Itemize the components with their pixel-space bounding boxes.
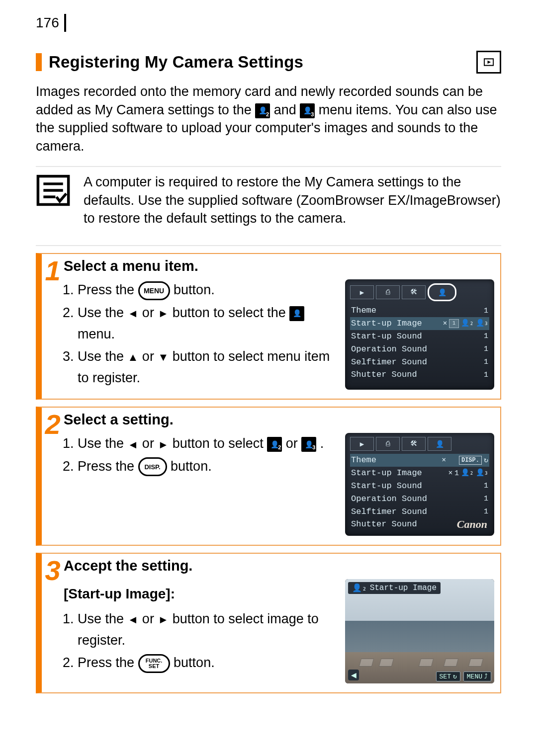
disp-button-icon: DISP. [138, 457, 167, 476]
text: or [142, 436, 158, 451]
lcd-row-label: Start-up Image [351, 467, 422, 479]
lcd-row-label: Shutter Sound [351, 518, 417, 530]
step-3: 3 Accept the setting. [Start-up Image]: … [36, 553, 501, 693]
text: or [142, 305, 158, 320]
up-arrow-icon: ▲ [128, 348, 139, 366]
lcd-overlay-title: 👤₂Start-up Image [348, 582, 441, 594]
note-block: A computer is required to restore the My… [36, 173, 501, 234]
left-arrow-icon: ◄ [128, 611, 139, 628]
left-arrow-icon: ◄ [128, 305, 139, 322]
mycamera-slot3-icon: 👤3 [301, 437, 316, 452]
lcd-prev-page-icon: ◀ [348, 670, 359, 680]
lcd-tab-print-icon: ⎙ [376, 437, 400, 451]
lcd-row-value: 1 [484, 493, 488, 505]
divider [36, 245, 501, 246]
text: button. [171, 459, 212, 474]
text: Press the [78, 655, 138, 670]
func-set-button-icon: FUNC.SET [138, 654, 170, 673]
text: button. [174, 655, 215, 670]
page-number: 176 [36, 14, 66, 32]
text: . [320, 436, 324, 451]
step-number: 3 [42, 557, 64, 683]
text: Use the [78, 436, 128, 451]
lcd-row-value: 1 [484, 480, 488, 492]
svg-marker-1 [488, 61, 491, 64]
text: or [142, 349, 158, 364]
right-arrow-icon: ► [158, 611, 169, 628]
lcd-row-label: Start-up Image [351, 318, 422, 330]
lcd-overlay-buttons: SET ↻ MENU ⤴ [436, 672, 491, 681]
step-1: 1 Select a menu item. Press the MENU but… [36, 253, 501, 400]
mycamera-slot3-icon: 👤3 [300, 103, 315, 118]
step-title: Select a menu item. [64, 258, 494, 274]
text: or [142, 611, 158, 626]
lcd-tab-play-icon: ▶ [350, 437, 374, 451]
section-title: Registering My Camera Settings [49, 53, 469, 72]
lcd-set-chip: SET ↻ [436, 672, 460, 681]
lcd-row-value: 1 [484, 369, 488, 381]
camera-lcd-photo-preview: 👤₂Start-up Image ◀ SET ↻ MENU ⤴ [345, 579, 494, 683]
step-instructions: [Start-up Image]: Use the ◄ or ► button … [64, 579, 336, 683]
down-arrow-icon: ▼ [158, 348, 169, 366]
step-instructions: Press the MENU button. Use the ◄ or ► bu… [64, 279, 336, 390]
text: Press the [78, 459, 138, 474]
lcd-tab-play-icon: ▶ [350, 285, 374, 299]
camera-lcd-screenshot: ▶ ⎙ 🛠 👤 Theme1 Start-up Image✕1👤₂👤₃ Star… [345, 279, 494, 390]
lcd-row-value: ✕ DISP. ↻ [442, 454, 489, 466]
manual-page: 176 Registering My Camera Settings Image… [0, 0, 537, 756]
lcd-row-label: Theme [351, 454, 376, 466]
section-header-row: Registering My Camera Settings [36, 51, 501, 74]
text: Use the [78, 349, 128, 364]
lcd-row-label: Shutter Sound [351, 369, 417, 381]
text: button to select the [173, 305, 290, 320]
note-text: A computer is required to restore the My… [84, 173, 501, 227]
divider [36, 166, 501, 167]
text: button. [174, 282, 215, 297]
lcd-row-label: Theme [351, 305, 376, 317]
lcd-tab-mycamera-icon: 👤 [428, 437, 451, 451]
lcd-tab-tools-icon: 🛠 [402, 285, 426, 299]
lcd-row-value: ✕1👤₂👤₃ [443, 318, 488, 330]
lcd-row-label: Start-up Sound [351, 480, 422, 492]
left-arrow-icon: ◄ [128, 436, 139, 453]
lcd-row-value: 1 [484, 331, 488, 342]
intro-paragraph: Images recorded onto the memory card and… [36, 83, 501, 155]
camera-lcd-screenshot: ▶ ⎙ 🛠 👤 Theme✕ DISP. ↻ Start-up Image✕ 1… [345, 433, 494, 536]
right-arrow-icon: ► [158, 436, 169, 453]
step-title: Accept the setting. [64, 558, 494, 574]
menu-button-icon: MENU [138, 281, 170, 300]
step-number: 1 [42, 257, 64, 390]
playback-mode-icon [476, 51, 501, 74]
lcd-row-label: Selftimer Sound [351, 356, 427, 368]
text: Use the [78, 611, 128, 626]
text: menu. [78, 327, 115, 341]
text: Press the [78, 282, 138, 297]
lcd-row-label: Operation Sound [351, 343, 427, 355]
intro-text-2: and [274, 102, 300, 117]
lcd-row-label: Start-up Sound [351, 331, 422, 342]
lcd-tab-mycamera-icon: 👤 [428, 283, 456, 301]
lcd-row-value: 1 [484, 305, 488, 317]
mycamera-slot2-icon: 👤2 [255, 103, 270, 118]
lcd-tab-tools-icon: 🛠 [402, 437, 426, 451]
note-icon [36, 173, 71, 208]
text: Use the [78, 305, 128, 320]
lcd-row-value: 1 [484, 356, 488, 368]
right-arrow-icon: ► [158, 305, 169, 322]
lcd-tab-print-icon: ⎙ [376, 285, 400, 299]
step-2: 2 Select a setting. Use the ◄ or ► butto… [36, 407, 501, 546]
lcd-row-value: ✕ 1 👤₂👤₃ [448, 467, 488, 479]
text: or [286, 436, 302, 451]
canon-logo: Canon [457, 518, 487, 531]
step-number: 2 [42, 411, 64, 536]
section-accent-bar [36, 53, 42, 71]
mycamera-slot2-icon: 👤2 [267, 437, 282, 452]
lcd-menu-chip: MENU ⤴ [463, 672, 491, 681]
step-instructions: Use the ◄ or ► button to select 👤2 or 👤3… [64, 433, 336, 536]
lcd-row-label: Selftimer Sound [351, 506, 427, 518]
lcd-row-label: Operation Sound [351, 493, 427, 505]
step-title: Select a setting. [64, 412, 494, 428]
text: button to select [173, 436, 268, 451]
lcd-row-value: 1 [484, 343, 488, 355]
mycamera-menu-icon: 👤 [289, 306, 304, 321]
